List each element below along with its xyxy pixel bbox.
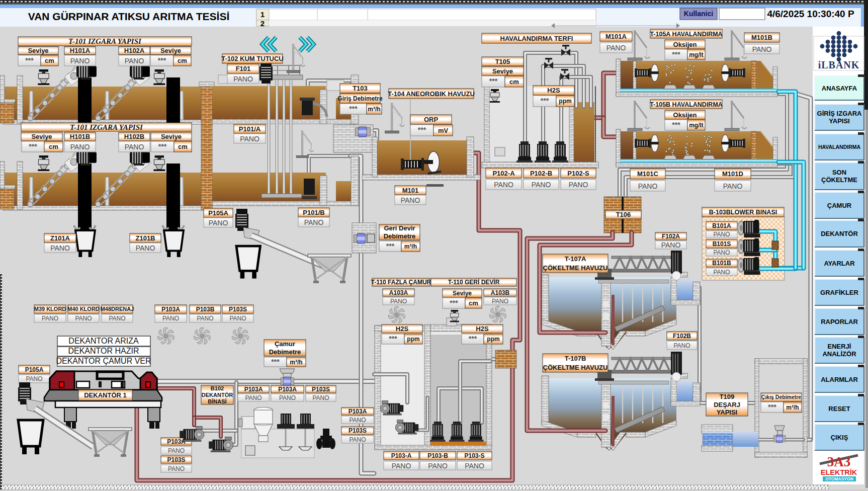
svg-text:PANO: PANO <box>304 218 324 226</box>
svg-text:A103B: A103B <box>491 289 510 296</box>
svg-text:PANO: PANO <box>125 57 144 65</box>
svg-text:T105: T105 <box>495 58 510 65</box>
svg-text:PANO: PANO <box>392 462 411 470</box>
svg-text:DEKANTOR ARIZA: DEKANTOR ARIZA <box>68 337 139 345</box>
svg-text:H102A: H102A <box>124 47 145 54</box>
svg-text:GRAFİKLER: GRAFİKLER <box>820 289 858 296</box>
svg-text:P103S: P103S <box>167 456 185 463</box>
svg-text:ppm: ppm <box>559 98 571 105</box>
svg-text:DEKANTOR HAZIR: DEKANTOR HAZIR <box>68 347 139 355</box>
svg-text:Çıkış Debimetre: Çıkış Debimetre <box>761 394 802 400</box>
svg-text:P103S: P103S <box>312 386 330 393</box>
svg-text:PANO: PANO <box>401 196 420 204</box>
svg-text:ÇÖKELTME: ÇÖKELTME <box>821 176 857 184</box>
svg-text:A103A: A103A <box>389 289 408 296</box>
svg-text:***: *** <box>271 358 280 366</box>
svg-text:P103S: P103S <box>229 306 247 313</box>
svg-text:Oksijen: Oksijen <box>673 111 697 119</box>
svg-text:P102-B: P102-B <box>530 170 552 177</box>
svg-text:B101A: B101A <box>712 222 731 229</box>
svg-text:m³/h: m³/h <box>368 106 380 113</box>
svg-text:P105A: P105A <box>208 209 228 217</box>
svg-text:H101B: H101B <box>70 133 90 140</box>
svg-text:Çamur: Çamur <box>275 340 295 348</box>
svg-text:DEKANTÖR: DEKANTÖR <box>821 230 858 237</box>
svg-text:PANO: PANO <box>162 315 179 322</box>
svg-text:H2S: H2S <box>547 87 560 94</box>
svg-text:F102B: F102B <box>673 333 691 340</box>
svg-text:T103: T103 <box>353 85 368 92</box>
svg-text:PANO: PANO <box>752 45 772 53</box>
svg-text:P101/A: P101/A <box>239 125 261 133</box>
svg-text:DEKANTÖR 1: DEKANTÖR 1 <box>84 391 127 399</box>
svg-text:M40 KLORD: M40 KLORD <box>67 306 100 312</box>
svg-text:PANO: PANO <box>125 143 144 151</box>
svg-text:DEŞARJ: DEŞARJ <box>714 401 740 408</box>
svg-text:Oksijen: Oksijen <box>673 41 697 48</box>
svg-text:T-102 KUM TUTUCU: T-102 KUM TUTUCU <box>221 55 284 62</box>
svg-text:PANO: PANO <box>168 447 185 454</box>
svg-text:PANO: PANO <box>197 315 213 322</box>
svg-text:m³/h: m³/h <box>786 404 799 411</box>
svg-text:H2S: H2S <box>396 325 409 333</box>
svg-text:***: *** <box>469 335 477 343</box>
svg-text:ORP: ORP <box>424 116 439 123</box>
svg-text:PANO: PANO <box>428 462 448 470</box>
svg-text:Giriş Debimetre: Giriş Debimetre <box>337 95 383 102</box>
svg-text:***: *** <box>349 105 358 113</box>
svg-text:HAVALANDIRMA TERFI: HAVALANDIRMA TERFI <box>500 35 573 42</box>
svg-text:m³/h: m³/h <box>404 243 417 250</box>
svg-text:***: *** <box>29 142 37 150</box>
svg-text:ppm: ppm <box>407 336 419 343</box>
svg-text:ÇIKIŞ: ÇIKIŞ <box>831 434 848 441</box>
svg-text:mg/lt: mg/lt <box>689 122 704 129</box>
svg-text:PANO: PANO <box>494 181 513 189</box>
svg-text:2: 2 <box>261 19 265 28</box>
svg-text:GİRİŞ IZGARA: GİRİŞ IZGARA <box>817 110 862 117</box>
svg-text:***: *** <box>489 77 498 85</box>
svg-text:cm: cm <box>178 57 187 64</box>
svg-text:***: *** <box>418 126 426 134</box>
svg-text:M101C: M101C <box>637 170 659 178</box>
svg-text:Seviye: Seviye <box>161 133 182 140</box>
svg-text:PANO: PANO <box>569 181 588 189</box>
svg-text:AYARLAR: AYARLAR <box>824 260 855 267</box>
svg-text:Debimetre: Debimetre <box>384 232 416 240</box>
svg-text:P103A: P103A <box>244 386 263 393</box>
svg-text:PANO: PANO <box>50 244 70 252</box>
svg-text:P105A: P105A <box>25 366 44 373</box>
svg-text:***: *** <box>672 121 680 129</box>
svg-text:H2S: H2S <box>476 325 489 333</box>
svg-text:P103A: P103A <box>349 408 367 415</box>
svg-text:PANO: PANO <box>312 394 329 401</box>
svg-text:P103S: P103S <box>349 427 367 434</box>
svg-text:P102-S: P102-S <box>567 170 589 177</box>
svg-text:PANO: PANO <box>42 315 58 322</box>
svg-text:P103-S: P103-S <box>464 452 484 459</box>
svg-text:YAPISI: YAPISI <box>717 408 737 416</box>
svg-text:T-104 ANEOROBIK HAVUZU: T-104 ANEOROBIK HAVUZU <box>388 90 475 98</box>
svg-text:PANO: PANO <box>209 219 228 227</box>
svg-text:PANO: PANO <box>26 375 42 382</box>
svg-text:B102: B102 <box>211 385 224 391</box>
svg-text:PANO: PANO <box>532 181 551 189</box>
svg-text:M48DRENAJ: M48DRENAJ <box>101 306 134 312</box>
svg-text:T-105B HAVALANDIRMA: T-105B HAVALANDIRMA <box>650 101 723 108</box>
svg-text:ÇÖKELTME HAVUZU: ÇÖKELTME HAVUZU <box>543 364 608 371</box>
svg-text:PANO: PANO <box>70 143 90 151</box>
svg-text:H101A: H101A <box>70 47 91 54</box>
svg-text:P103A: P103A <box>161 306 180 313</box>
svg-text:ÇAMUR: ÇAMUR <box>827 202 852 209</box>
svg-text:P103-A: P103-A <box>391 452 412 459</box>
svg-text:cm: cm <box>178 143 188 150</box>
svg-text:PANO: PANO <box>109 315 125 322</box>
svg-text:Z101B: Z101B <box>135 234 155 242</box>
svg-text:***: *** <box>158 56 166 64</box>
svg-text:RAPORLAR: RAPORLAR <box>821 318 858 325</box>
svg-text:Debimetre: Debimetre <box>269 348 301 356</box>
svg-text:PANO: PANO <box>349 417 366 424</box>
svg-text:***: *** <box>386 242 395 250</box>
svg-text:PANO: PANO <box>713 249 730 256</box>
svg-text:PANO: PANO <box>75 315 92 322</box>
svg-text:PANO: PANO <box>492 298 508 305</box>
